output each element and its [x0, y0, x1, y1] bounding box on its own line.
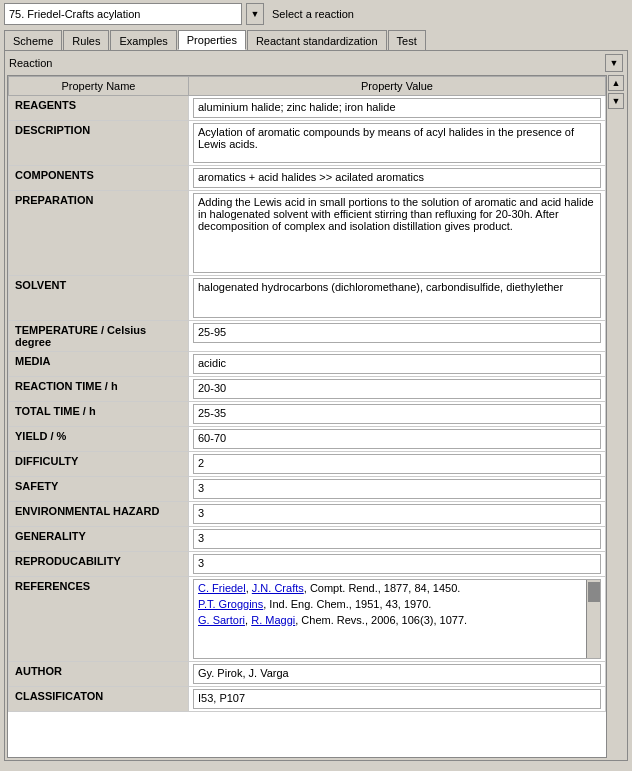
property-name-cell: GENERALITY	[9, 527, 189, 552]
property-value-inner: 3	[193, 529, 601, 549]
property-value-cell: Adding the Lewis acid in small portions …	[189, 191, 606, 276]
table-row: SOLVENThalogenated hydrocarbons (dichlor…	[9, 276, 606, 321]
property-value-inner: 25-95	[193, 323, 601, 343]
tabs-bar: Scheme Rules Examples Properties Reactan…	[0, 28, 632, 50]
property-value-cell: 25-35	[189, 402, 606, 427]
property-value-cell: 3	[189, 552, 606, 577]
table-row: GENERALITY3	[9, 527, 606, 552]
property-name-cell: CLASSIFICATON	[9, 687, 189, 712]
table-row: REPRODUCABILITY3	[9, 552, 606, 577]
table-row: SAFETY3	[9, 477, 606, 502]
property-value-cell: 2	[189, 452, 606, 477]
table-row: PREPARATIONAdding the Lewis acid in smal…	[9, 191, 606, 276]
property-name-cell: REFERENCES	[9, 577, 189, 662]
property-value-cell: halogenated hydrocarbons (dichloromethan…	[189, 276, 606, 321]
table-row: YIELD / %60-70	[9, 427, 606, 452]
property-value-cell: I53, P107	[189, 687, 606, 712]
property-value-inner: 3	[193, 554, 601, 574]
property-value-cell: aromatics + acid halides >> acilated aro…	[189, 166, 606, 191]
scroll-up-button[interactable]: ▲	[608, 75, 624, 91]
property-value-cell: acidic	[189, 352, 606, 377]
table-wrapper: Property Name Property Value REAGENTSalu…	[7, 75, 625, 758]
property-value-inner: Acylation of aromatic compounds by means…	[193, 123, 601, 163]
col-header-property-value: Property Value	[189, 77, 606, 96]
reaction-dropdown[interactable]: 75. Friedel-Crafts acylation	[4, 3, 242, 25]
property-value-inner: halogenated hydrocarbons (dichloromethan…	[193, 278, 601, 318]
property-name-cell: DESCRIPTION	[9, 121, 189, 166]
property-value-cell: C. Friedel, J.N. Crafts, Compt. Rend., 1…	[189, 577, 606, 662]
property-value-inner: aromatics + acid halides >> acilated aro…	[193, 168, 601, 188]
property-value-inner: Adding the Lewis acid in small portions …	[193, 193, 601, 273]
property-name-cell: REPRODUCABILITY	[9, 552, 189, 577]
property-name-cell: DIFFICULTY	[9, 452, 189, 477]
references-box: C. Friedel, J.N. Crafts, Compt. Rend., 1…	[193, 579, 601, 659]
property-value-cell: 3	[189, 502, 606, 527]
property-value-cell: aluminium halide; zinc halide; iron hali…	[189, 96, 606, 121]
properties-table: Property Name Property Value REAGENTSalu…	[8, 76, 606, 712]
table-row: TEMPERATURE / Celsius degree25-95	[9, 321, 606, 352]
scroll-down-button[interactable]: ▼	[608, 93, 624, 109]
property-value-inner: Gy. Pirok, J. Varga	[193, 664, 601, 684]
property-value-inner: aluminium halide; zinc halide; iron hali…	[193, 98, 601, 118]
property-name-cell: REACTION TIME / h	[9, 377, 189, 402]
dropdown-arrow-icon: ▼	[251, 9, 260, 19]
table-row: AUTHORGy. Pirok, J. Varga	[9, 662, 606, 687]
property-value-inner: 25-35	[193, 404, 601, 424]
property-name-cell: REAGENTS	[9, 96, 189, 121]
property-name-cell: TOTAL TIME / h	[9, 402, 189, 427]
scroll-up-icon: ▲	[612, 78, 621, 88]
table-row: DESCRIPTIONAcylation of aromatic compoun…	[9, 121, 606, 166]
property-name-cell: SOLVENT	[9, 276, 189, 321]
table-row: DIFFICULTY2	[9, 452, 606, 477]
property-value-inner: acidic	[193, 354, 601, 374]
property-value-inner: 3	[193, 504, 601, 524]
panel-title: Reaction	[9, 57, 52, 69]
table-row: REACTION TIME / h20-30	[9, 377, 606, 402]
tab-scheme[interactable]: Scheme	[4, 30, 62, 50]
col-header-property-name: Property Name	[9, 77, 189, 96]
property-name-cell: SAFETY	[9, 477, 189, 502]
property-value-cell: 25-95	[189, 321, 606, 352]
ref-scrollbar[interactable]	[586, 580, 600, 658]
table-row: REAGENTSaluminium halide; zinc halide; i…	[9, 96, 606, 121]
property-name-cell: PREPARATION	[9, 191, 189, 276]
select-reaction-label: Select a reaction	[272, 8, 354, 20]
panel-header: Reaction ▼	[5, 51, 627, 75]
property-value-cell: 20-30	[189, 377, 606, 402]
tab-reactant-standardization[interactable]: Reactant standardization	[247, 30, 387, 50]
property-value-cell: 3	[189, 527, 606, 552]
table-container[interactable]: Property Name Property Value REAGENTSalu…	[7, 75, 607, 758]
scroll-controls: ▲ ▼	[607, 75, 625, 758]
panel-header-dropdown[interactable]: ▼	[605, 54, 623, 72]
table-row: MEDIAacidic	[9, 352, 606, 377]
table-row: CLASSIFICATONI53, P107	[9, 687, 606, 712]
table-row: COMPONENTSaromatics + acid halides >> ac…	[9, 166, 606, 191]
tab-properties[interactable]: Properties	[178, 30, 246, 50]
property-value-inner: 60-70	[193, 429, 601, 449]
dropdown-arrow-button[interactable]: ▼	[246, 3, 264, 25]
property-name-cell: AUTHOR	[9, 662, 189, 687]
tab-test[interactable]: Test	[388, 30, 426, 50]
property-value-inner: 3	[193, 479, 601, 499]
property-name-cell: MEDIA	[9, 352, 189, 377]
property-value-cell: Acylation of aromatic compounds by means…	[189, 121, 606, 166]
property-name-cell: ENVIRONMENTAL HAZARD	[9, 502, 189, 527]
tab-rules[interactable]: Rules	[63, 30, 109, 50]
scroll-down-icon: ▼	[612, 96, 621, 106]
main-panel: Reaction ▼ Property Name Property Value …	[4, 50, 628, 761]
top-bar: 75. Friedel-Crafts acylation ▼ Select a …	[0, 0, 632, 28]
property-value-inner: I53, P107	[193, 689, 601, 709]
tab-examples[interactable]: Examples	[110, 30, 176, 50]
property-value-inner: 20-30	[193, 379, 601, 399]
property-name-cell: TEMPERATURE / Celsius degree	[9, 321, 189, 352]
table-row: TOTAL TIME / h25-35	[9, 402, 606, 427]
property-value-cell: 60-70	[189, 427, 606, 452]
property-value-inner: 2	[193, 454, 601, 474]
property-name-cell: COMPONENTS	[9, 166, 189, 191]
table-row: REFERENCESC. Friedel, J.N. Crafts, Compt…	[9, 577, 606, 662]
table-row: ENVIRONMENTAL HAZARD3	[9, 502, 606, 527]
property-name-cell: YIELD / %	[9, 427, 189, 452]
property-value-cell: 3	[189, 477, 606, 502]
property-value-cell: Gy. Pirok, J. Varga	[189, 662, 606, 687]
